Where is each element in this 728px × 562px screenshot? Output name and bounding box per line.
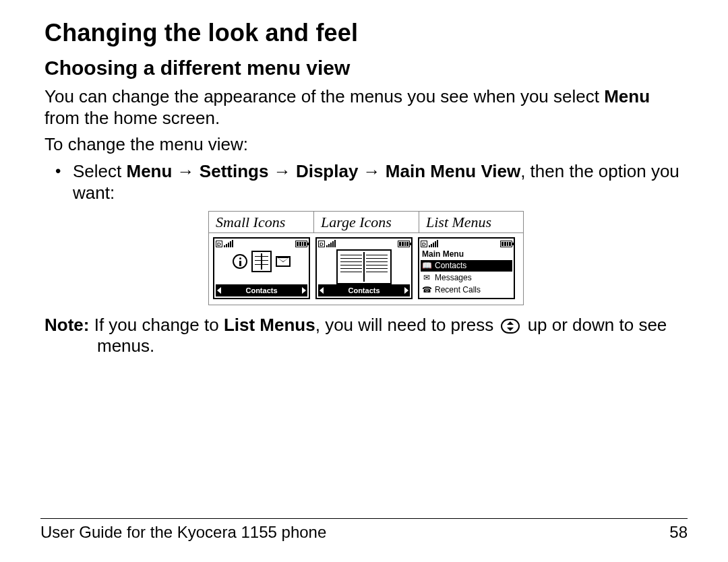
list-title: Main Menu [422,249,464,259]
intro-text-2: from the home screen. [44,108,220,128]
step-settings: Settings [200,161,269,181]
note-list-menus: List Menus [224,315,315,335]
list-item-label: Recent Calls [435,285,481,294]
note-label: Note: [44,315,89,335]
step-bullet: Select Menu → Settings → Display → Main … [44,161,688,204]
step-display: Display [296,161,359,181]
step-arrow-1: → [172,161,199,181]
intro-paragraph: You can change the appearance of the men… [44,86,688,129]
menu-view-screens: D Contacts [208,232,524,305]
page-number: 58 [669,523,688,542]
intro-bold-menu: Menu [604,86,650,106]
screen-list-menus: D Main Menu 📖 Contacts ✉ Messages ☎ Rece… [418,237,515,299]
subsection-title: Choosing a different menu view [44,57,688,80]
signal-icon [224,241,233,247]
intro-text-1: You can change the appearance of the men… [44,86,599,106]
section-title: Changing the look and feel [44,19,688,47]
list-item-contacts: 📖 Contacts [421,260,512,272]
digital-indicator-icon: D [318,241,325,247]
digital-indicator-icon: D [216,241,222,247]
footer-title: User Guide for the Kyocera 1155 phone [40,523,326,542]
nav-key-icon [501,319,520,334]
note-text-2: , you will need to press [315,315,499,335]
left-arrow-icon [320,287,324,294]
softkey-label: Contacts [245,286,277,294]
recent-calls-icon: ☎ [422,285,431,294]
note-paragraph: Note: If you change to List Menus, you w… [44,315,688,357]
note-text-1: If you change to [89,315,223,335]
step-prefix: Select [73,161,127,181]
battery-icon [500,241,512,247]
screen-large-icons: D Contacts [315,237,413,299]
softkey-bar: Contacts [318,284,410,296]
tab-list-menus: List Menus [419,212,524,232]
softkey-label: Contacts [348,286,380,294]
envelope-icon [276,256,291,267]
battery-icon [398,241,410,247]
menu-view-figure: Small Icons Large Icons List Menus D [208,211,524,305]
step-arrow-3: → [358,161,385,181]
contacts-book-icon [336,249,392,284]
softkey-bar: Contacts [216,284,307,296]
battery-icon [295,241,307,247]
list-item-messages: ✉ Messages [421,272,512,284]
contacts-book-icon [251,251,272,272]
info-icon [233,254,247,269]
list-item-recent-calls: ☎ Recent Calls [421,284,512,296]
step-arrow-2: → [268,161,295,181]
signal-icon [326,241,336,247]
status-bar: D [421,240,512,248]
tab-small-icons: Small Icons [209,212,314,232]
status-bar: D [318,240,410,248]
right-arrow-icon [404,287,408,294]
step-mainmenuview: Main Menu View [386,161,520,181]
right-arrow-icon [302,287,306,294]
signal-icon [429,241,438,247]
messages-icon: ✉ [422,273,431,282]
tab-large-icons: Large Icons [314,212,419,232]
book-open-icon: 📖 [422,261,431,270]
page-footer: User Guide for the Kyocera 1155 phone 58 [40,518,688,542]
screen-small-icons: D Contacts [213,237,310,299]
list-item-label: Contacts [435,261,466,270]
status-bar: D [216,240,307,248]
list-item-label: Messages [435,273,472,282]
step-menu: Menu [127,161,173,181]
left-arrow-icon [217,287,221,294]
digital-indicator-icon: D [421,241,427,247]
menu-view-tabs: Small Icons Large Icons List Menus [208,211,524,232]
footer-rule [40,518,688,519]
intro-line-2: To change the menu view: [44,134,688,156]
